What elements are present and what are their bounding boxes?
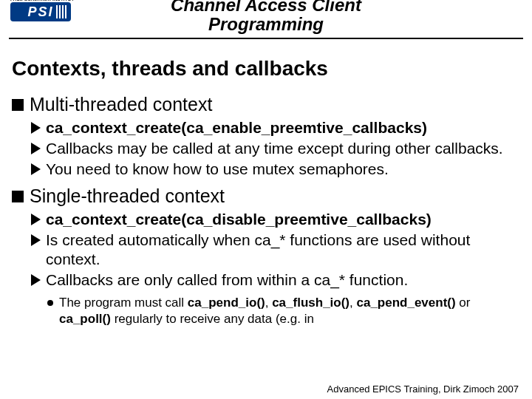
logo-institute-text: PAUL SCHERRER INSTITUT [10,0,92,1]
sub-text: ca_context_create(ca_disable_preemtive_c… [46,210,432,229]
triangle-bullet-icon [31,122,41,134]
sub-text: Is created automatically when ca_* funct… [46,231,520,270]
square-bullet-icon [12,191,24,202]
square-bullet-icon [12,99,24,111]
triangle-bullet-icon [31,214,41,225]
psi-logo: PAUL SCHERRER INSTITUT PSI [10,0,92,21]
bullet-label: Multi-threaded context [30,94,212,115]
subsub-text: The program must call ca_pend_io(), ca_f… [59,295,520,327]
bullet-level2: ca_context_create(ca_disable_preemtive_c… [31,210,520,229]
triangle-bullet-icon [31,234,41,246]
triangle-bullet-icon [31,274,41,286]
bullet-label: Single-threaded context [30,185,225,207]
logo-abbr: PSI [27,4,53,20]
sub-text: You need to know how to use mutex semaph… [46,160,389,179]
sub-text: ca_context_create(ca_enable_preemtive_ca… [46,118,427,137]
sub-text: Callbacks may be called at any time exce… [46,139,503,158]
dot-bullet-icon [47,300,53,306]
bullet-level2: ca_context_create(ca_enable_preemtive_ca… [31,118,520,137]
logo-stripes-icon [56,5,68,18]
sub-text: Callbacks are only called from within a … [46,270,408,290]
triangle-bullet-icon [31,163,41,175]
bullet-level1: Single-threaded context [12,185,520,207]
bullet-level3: The program must call ca_pend_io(), ca_f… [47,295,520,327]
header-divider [9,38,523,39]
bullet-level1: Multi-threaded context [12,94,520,115]
section-title: Contexts, threads and callbacks [0,44,532,88]
bullet-level2: Callbacks may be called at any time exce… [31,139,520,158]
bullet-level2: Is created automatically when ca_* funct… [31,231,520,270]
footer-text: Advanced EPICS Training, Dirk Zimoch 200… [327,383,519,395]
bullet-level2: You need to know how to use mutex semaph… [31,160,520,179]
content-area: Multi-threaded context ca_context_create… [0,94,532,327]
triangle-bullet-icon [31,143,41,154]
bullet-level2: Callbacks are only called from within a … [31,270,520,290]
logo-box: PSI [10,2,71,21]
